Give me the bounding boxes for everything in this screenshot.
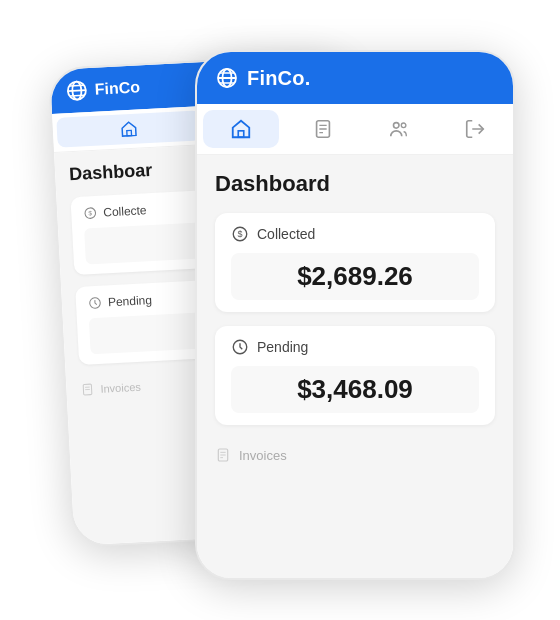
collected-card: $ Collected $2,689.26 <box>215 213 495 312</box>
logout-icon <box>464 118 486 140</box>
svg-text:$: $ <box>88 209 92 216</box>
clock-icon-back <box>88 296 103 311</box>
page-title: Dashboard <box>215 171 495 197</box>
nav-logout[interactable] <box>437 110 513 148</box>
invoices-icon-back <box>80 382 95 397</box>
documents-icon <box>312 118 334 140</box>
back-phone-title: FinCo <box>94 78 140 98</box>
collected-label-row: $ Collected <box>231 225 479 243</box>
back-collected-label: Collecte <box>103 203 147 219</box>
back-pending-label: Pending <box>108 293 153 309</box>
nav-bar <box>197 104 513 155</box>
collected-value: $2,689.26 <box>231 253 479 300</box>
invoices-label: Invoices <box>239 448 287 463</box>
svg-text:$: $ <box>237 229 242 239</box>
globe-icon-back <box>64 78 89 103</box>
phone-front: FinCo. <box>195 50 515 580</box>
svg-line-4 <box>70 95 84 96</box>
dollar-icon-back: $ <box>83 206 98 221</box>
home-icon <box>230 118 252 140</box>
app-header: FinCo. <box>197 52 513 104</box>
pending-label-row: Pending <box>231 338 479 356</box>
pending-card: Pending $3,468.09 <box>215 326 495 425</box>
back-invoices-label: Invoices <box>100 381 141 395</box>
app-title: FinCo. <box>247 67 310 90</box>
svg-line-2 <box>68 90 86 91</box>
svg-line-3 <box>70 85 84 86</box>
svg-rect-21 <box>238 131 244 137</box>
main-content: Dashboard $ Collected $2,689.26 <box>197 155 513 578</box>
dollar-circle-icon: $ <box>231 225 249 243</box>
svg-point-26 <box>394 123 400 128</box>
clock-icon <box>231 338 249 356</box>
globe-icon <box>215 66 239 90</box>
back-nav-home[interactable] <box>56 110 201 147</box>
nav-home[interactable] <box>203 110 279 148</box>
nav-documents[interactable] <box>285 110 361 148</box>
home-icon-back <box>119 120 138 139</box>
svg-point-27 <box>401 123 406 128</box>
users-icon <box>388 118 410 140</box>
invoices-section[interactable]: Invoices <box>215 439 495 471</box>
pending-label: Pending <box>257 339 308 355</box>
pending-value: $3,468.09 <box>231 366 479 413</box>
collected-label: Collected <box>257 226 315 242</box>
nav-users[interactable] <box>361 110 437 148</box>
invoices-icon <box>215 447 231 463</box>
